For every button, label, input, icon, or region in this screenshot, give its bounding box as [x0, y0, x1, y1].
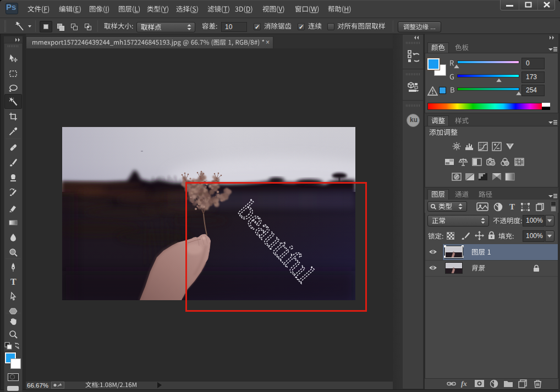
svg-text:T: T: [10, 277, 17, 286]
